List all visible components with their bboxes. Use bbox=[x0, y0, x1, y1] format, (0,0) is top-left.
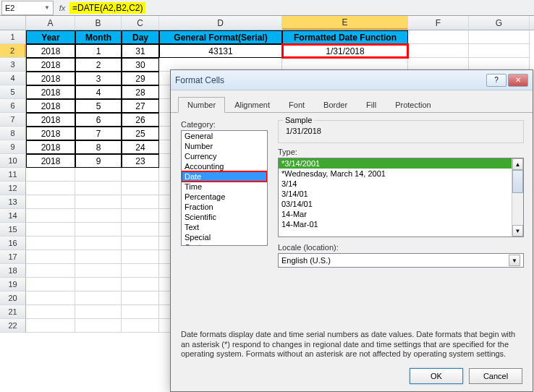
col-header-B[interactable]: B bbox=[75, 16, 122, 30]
type-item[interactable]: 14-Mar bbox=[279, 209, 523, 219]
col-header-A[interactable]: A bbox=[26, 16, 75, 30]
cell[interactable] bbox=[75, 278, 122, 291]
row-header-4[interactable]: 4 bbox=[0, 72, 26, 85]
cell[interactable]: 43131 bbox=[159, 44, 282, 58]
category-item[interactable]: Currency bbox=[182, 151, 267, 161]
cell[interactable] bbox=[75, 250, 122, 264]
cell[interactable]: 9 bbox=[75, 154, 122, 168]
cell[interactable]: 27 bbox=[122, 99, 159, 113]
cell[interactable] bbox=[75, 305, 122, 319]
help-button[interactable]: ? bbox=[486, 74, 507, 87]
tab-number[interactable]: Number bbox=[178, 97, 225, 113]
close-button[interactable]: ✕ bbox=[508, 74, 528, 87]
col-header-E[interactable]: E bbox=[282, 16, 408, 30]
cell[interactable] bbox=[122, 264, 159, 278]
formula-input[interactable]: =DATE(A2,B2,C2) bbox=[69, 2, 145, 14]
scroll-up-icon[interactable]: ▲ bbox=[512, 158, 523, 170]
cell[interactable] bbox=[122, 291, 159, 305]
cell[interactable]: General Format(Serial) bbox=[159, 30, 282, 44]
row-header-19[interactable]: 19 bbox=[0, 278, 26, 291]
cell[interactable] bbox=[26, 278, 75, 291]
col-header-G[interactable]: G bbox=[469, 16, 530, 30]
cell[interactable]: 28 bbox=[122, 85, 159, 99]
col-header-D[interactable]: D bbox=[159, 16, 282, 30]
cell[interactable]: 26 bbox=[122, 113, 159, 127]
cell[interactable] bbox=[26, 195, 75, 209]
cell[interactable]: 31 bbox=[122, 44, 159, 58]
cell[interactable] bbox=[26, 182, 75, 195]
cell[interactable] bbox=[122, 278, 159, 291]
cell[interactable]: 3 bbox=[75, 72, 122, 85]
category-item[interactable]: Scientific bbox=[182, 212, 267, 222]
row-header-18[interactable]: 18 bbox=[0, 264, 26, 278]
row-header-9[interactable]: 9 bbox=[0, 140, 26, 154]
cell[interactable]: 8 bbox=[75, 140, 122, 154]
cell[interactable] bbox=[75, 223, 122, 237]
row-header-20[interactable]: 20 bbox=[0, 291, 26, 305]
cell[interactable] bbox=[122, 182, 159, 195]
cell[interactable]: 1 bbox=[75, 44, 122, 58]
row-header-21[interactable]: 21 bbox=[0, 305, 26, 319]
row-header-7[interactable]: 7 bbox=[0, 113, 26, 127]
fx-icon[interactable]: fx bbox=[55, 4, 69, 12]
type-listbox[interactable]: *3/14/2001*Wednesday, March 14, 20013/14… bbox=[278, 158, 524, 237]
cell[interactable] bbox=[26, 209, 75, 223]
type-item[interactable]: 3/14 bbox=[279, 179, 523, 189]
category-item[interactable]: Time bbox=[182, 182, 267, 192]
type-item[interactable]: 03/14/01 bbox=[279, 199, 523, 209]
cell[interactable] bbox=[122, 319, 159, 333]
col-header-F[interactable]: F bbox=[408, 16, 469, 30]
row-header-10[interactable]: 10 bbox=[0, 154, 26, 168]
row-header-5[interactable]: 5 bbox=[0, 85, 26, 99]
locale-combo[interactable]: English (U.S.) ▼ bbox=[278, 253, 524, 268]
cell[interactable]: 24 bbox=[122, 140, 159, 154]
cell[interactable] bbox=[122, 237, 159, 250]
row-header-15[interactable]: 15 bbox=[0, 223, 26, 237]
row-header-14[interactable]: 14 bbox=[0, 209, 26, 223]
cell[interactable] bbox=[75, 237, 122, 250]
scroll-down-icon[interactable]: ▼ bbox=[512, 225, 523, 237]
row-header-11[interactable]: 11 bbox=[0, 168, 26, 182]
scroll-thumb[interactable] bbox=[512, 170, 523, 193]
name-box-dropdown-icon[interactable]: ▼ bbox=[44, 4, 50, 11]
cell[interactable] bbox=[408, 30, 469, 44]
cell[interactable]: 2018 bbox=[26, 140, 75, 154]
select-all-corner[interactable] bbox=[0, 16, 26, 30]
category-item[interactable]: Accounting bbox=[182, 161, 267, 171]
cell[interactable]: 2018 bbox=[26, 58, 75, 72]
cell[interactable] bbox=[26, 291, 75, 305]
category-item[interactable]: General bbox=[182, 131, 267, 141]
type-item[interactable]: 3/14/01 bbox=[279, 189, 523, 199]
row-header-1[interactable]: 1 bbox=[0, 30, 26, 44]
cell[interactable] bbox=[26, 237, 75, 250]
cell[interactable] bbox=[26, 264, 75, 278]
row-header-22[interactable]: 22 bbox=[0, 319, 26, 333]
cell[interactable]: 2018 bbox=[26, 99, 75, 113]
cell[interactable] bbox=[75, 195, 122, 209]
cell[interactable] bbox=[26, 250, 75, 264]
cell[interactable]: 29 bbox=[122, 72, 159, 85]
cell[interactable]: 2018 bbox=[26, 72, 75, 85]
tab-alignment[interactable]: Alignment bbox=[225, 97, 279, 113]
name-box[interactable]: E2 ▼ bbox=[1, 1, 54, 15]
category-item[interactable]: Fraction bbox=[182, 202, 267, 212]
tab-protection[interactable]: Protection bbox=[386, 97, 441, 113]
type-scrollbar[interactable]: ▲ ▼ bbox=[512, 158, 523, 237]
cell[interactable] bbox=[26, 168, 75, 182]
category-item[interactable]: Percentage bbox=[182, 192, 267, 202]
category-item[interactable]: Number bbox=[182, 141, 267, 151]
cell[interactable] bbox=[75, 319, 122, 333]
cell[interactable]: Day bbox=[122, 30, 159, 44]
tab-font[interactable]: Font bbox=[279, 97, 314, 113]
row-header-12[interactable]: 12 bbox=[0, 182, 26, 195]
cell[interactable] bbox=[122, 209, 159, 223]
cell[interactable]: 2018 bbox=[26, 154, 75, 168]
cell[interactable] bbox=[408, 44, 469, 58]
category-item[interactable]: Special bbox=[182, 232, 267, 242]
cell[interactable] bbox=[122, 195, 159, 209]
cell[interactable] bbox=[122, 250, 159, 264]
cell[interactable]: 5 bbox=[75, 99, 122, 113]
cancel-button[interactable]: Cancel bbox=[469, 368, 522, 384]
cell[interactable]: 2018 bbox=[26, 113, 75, 127]
cell[interactable]: 23 bbox=[122, 154, 159, 168]
